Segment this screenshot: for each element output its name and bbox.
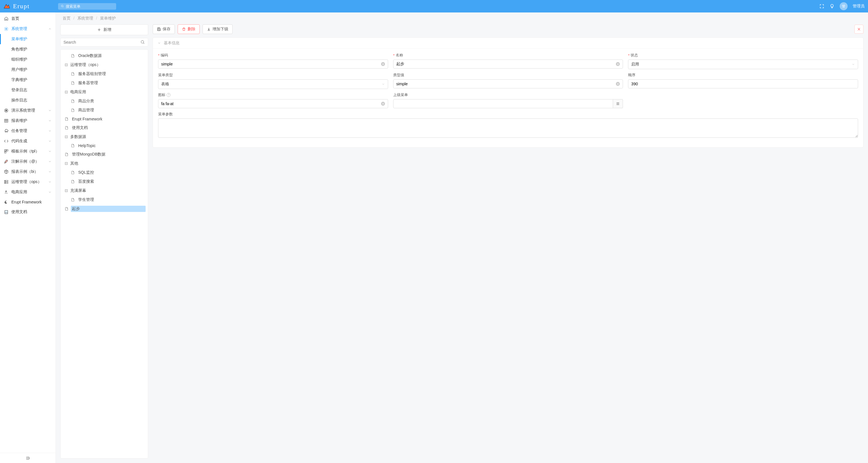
section-header[interactable]: 基本信息 — [153, 38, 863, 49]
tree-item-mongo[interactable]: 管理MongoDB数据 — [62, 150, 146, 159]
tree-item-other[interactable]: 其他 — [62, 159, 146, 168]
save-button[interactable]: 保存 — [153, 24, 175, 34]
clear-icon[interactable]: ✕ — [381, 62, 385, 66]
add-button[interactable]: 新增 — [60, 24, 148, 35]
parent-field[interactable] — [393, 99, 613, 108]
code-input[interactable] — [161, 62, 381, 66]
collapse-icon[interactable] — [65, 90, 69, 94]
tree-item-docs[interactable]: 使用文档 — [62, 123, 146, 132]
clear-icon[interactable]: ✕ — [381, 102, 385, 106]
svg-line-24 — [143, 43, 144, 43]
collapse-icon[interactable] — [65, 189, 69, 192]
sidebar-task[interactable]: 任务管理 — [0, 126, 56, 136]
sidebar-op-log[interactable]: 操作日志 — [0, 95, 56, 105]
svg-line-1 — [63, 6, 63, 7]
sidebar-ops[interactable]: 运维管理（ops） — [0, 177, 56, 187]
sidebar-login-log[interactable]: 登录日志 — [0, 85, 56, 95]
tree-search-input[interactable] — [63, 40, 141, 44]
tree-item-fullscreen[interactable]: 充满屏幕 — [62, 186, 146, 195]
svg-point-23 — [141, 40, 144, 43]
tree-item-baidu[interactable]: 百度搜索 — [62, 177, 146, 186]
gear-icon — [4, 27, 8, 31]
tree-item-student[interactable]: 学生管理 — [62, 195, 146, 204]
parent-input[interactable] — [396, 101, 610, 106]
tree-item-help-topic[interactable]: HelpTopic — [62, 142, 146, 150]
clear-icon[interactable]: ✕ — [616, 82, 620, 86]
tree-item-sql-mon[interactable]: SQL监控 — [62, 168, 146, 177]
sidebar-docs[interactable]: 使用文档 — [0, 207, 56, 217]
username[interactable]: 管理员 — [853, 4, 865, 9]
type-val-field[interactable]: ✕ — [393, 79, 623, 88]
icon-input[interactable] — [161, 101, 381, 106]
sidebar-sys-mgmt[interactable]: 系统管理 — [0, 24, 56, 34]
close-button[interactable] — [855, 25, 864, 34]
svg-point-16 — [5, 181, 5, 181]
sidebar-bi[interactable]: 报表示例（bi） — [0, 166, 56, 177]
sidebar-codegen[interactable]: 代码生成 — [0, 136, 56, 146]
download-icon — [207, 27, 211, 31]
fullscreen-icon[interactable] — [819, 4, 825, 9]
tree-item-server-group[interactable]: 服务器组别管理 — [62, 69, 146, 79]
file-icon — [71, 180, 75, 184]
tree-item-oracle[interactable]: Oracle数据源 — [62, 51, 146, 60]
sidebar-report[interactable]: 报表维护 — [0, 116, 56, 126]
brand-logo[interactable]: Erupt — [3, 3, 56, 10]
avatar[interactable]: 管 — [840, 2, 847, 10]
tree-item-start[interactable]: 起步 — [62, 204, 146, 213]
collapse-sidebar-icon[interactable] — [26, 456, 30, 460]
name-field[interactable]: ✕ — [393, 60, 623, 68]
icon-field[interactable]: ✕ — [158, 99, 388, 108]
parent-picker-button[interactable] — [613, 99, 623, 108]
package-icon — [4, 169, 8, 174]
file-icon — [71, 72, 75, 76]
amazon-icon — [4, 190, 8, 194]
sidebar-dict-maint[interactable]: 字典维护 — [0, 75, 56, 85]
menu-search-input[interactable] — [66, 4, 113, 8]
svg-rect-12 — [6, 150, 8, 151]
order-field[interactable] — [628, 79, 858, 88]
label-code: *编码 — [158, 53, 388, 58]
svg-point-4 — [5, 110, 7, 111]
sidebar-menu-maint[interactable]: 菜单维护 — [0, 34, 56, 44]
bulb-icon[interactable] — [830, 4, 835, 9]
crumb-menu[interactable]: 菜单维护 — [100, 16, 116, 21]
sidebar-user-maint[interactable]: 用户维护 — [0, 65, 56, 75]
sidebar-erupt-fw[interactable]: Erupt Framework — [0, 197, 56, 207]
collapse-icon[interactable] — [65, 162, 69, 165]
sidebar-role-maint[interactable]: 角色维护 — [0, 44, 56, 54]
sidebar-demo-sys[interactable]: 演示系统管理 — [0, 105, 56, 116]
sidebar-home[interactable]: 首页 — [0, 13, 56, 24]
svg-point-9 — [5, 131, 6, 132]
search-icon[interactable] — [141, 40, 145, 44]
collapse-icon[interactable] — [65, 135, 69, 138]
code-field[interactable]: ✕ — [158, 60, 388, 68]
tree-item-ecom-cat[interactable]: 商品分类 — [62, 97, 146, 106]
sidebar-tpl[interactable]: 模板示例（tpl） — [0, 146, 56, 156]
order-input[interactable] — [631, 82, 855, 86]
add-sub-button[interactable]: 增加下级 — [203, 24, 232, 34]
tree-item-multi-ds[interactable]: 多数据源 — [62, 132, 146, 142]
tree-item-ecom-goods[interactable]: 商品管理 — [62, 106, 146, 115]
crumb-home[interactable]: 首页 — [63, 16, 70, 21]
delete-button[interactable]: 删除 — [178, 24, 200, 34]
type-val-input[interactable] — [396, 82, 616, 86]
params-textarea[interactable] — [158, 118, 858, 138]
sidebar-anno[interactable]: 注解示例（@） — [0, 156, 56, 166]
tree-search-box[interactable] — [60, 38, 148, 47]
sidebar-org-maint[interactable]: 组织维护 — [0, 54, 56, 65]
name-input[interactable] — [396, 62, 616, 66]
status-select[interactable]: 启用 — [628, 60, 858, 69]
tree-item-erupt-fw[interactable]: Erupt Framework — [62, 115, 146, 123]
home-icon — [4, 17, 8, 21]
tree-item-server[interactable]: 服务器管理 — [62, 79, 146, 88]
tree-item-ecom[interactable]: 电商应用 — [62, 88, 146, 97]
collapse-icon[interactable] — [65, 63, 69, 67]
sidebar-ecom[interactable]: 电商应用 — [0, 187, 56, 197]
menu-type-select[interactable]: 表格 — [158, 79, 388, 89]
menu-tree[interactable]: Oracle数据源 运维管理（ops） 服务器组别管理 服务器管理 电商应用 商… — [60, 49, 148, 459]
help-icon[interactable]: ? — [166, 93, 170, 97]
tree-item-ops[interactable]: 运维管理（ops） — [62, 60, 146, 69]
menu-search-box[interactable] — [58, 3, 116, 10]
crumb-sys[interactable]: 系统管理 — [78, 16, 93, 21]
clear-icon[interactable]: ✕ — [616, 62, 620, 66]
